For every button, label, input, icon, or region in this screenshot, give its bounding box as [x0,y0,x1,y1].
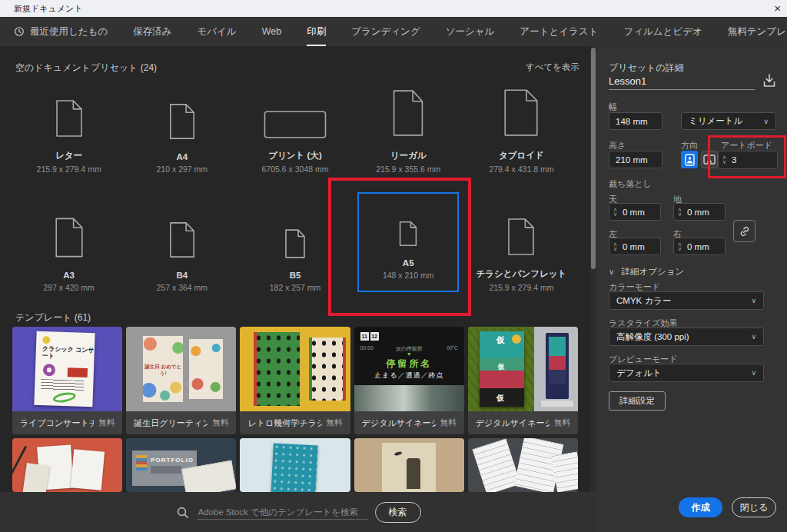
template-portfolio-brochure[interactable]: PORTFOLIO [126,438,236,492]
preset-letter[interactable]: レター 215.9 x 279.4 mm [12,86,125,174]
page-icon [53,215,85,260]
decorative-poster: 仮 仮 仮 [480,331,524,407]
template-digital-signage-bus[interactable]: 11 12 00:00 次の停留所 00°C ▼ 停留所名 止まる／通過／終点 … [354,327,464,434]
orientation-portrait-button[interactable] [681,151,698,168]
preset-details-panel: プリセットの詳細 幅 148 mm ミリメートル ∨ 高さ 方向 アートボード … [596,46,787,532]
page-icon [168,101,197,141]
template-label-bar: ライブコンサートチラシ... 無料 [12,411,122,434]
template-teal-notebook[interactable] [240,438,350,492]
decorative-dot [42,336,50,344]
preset-tabloid[interactable]: タブロイド 279.4 x 431.8 mm [465,86,578,174]
template-retro-geometric-flyer[interactable]: レトロ幾何学チラシレ... 無料 [240,327,350,434]
preset-a3[interactable]: A3 297 x 420 mm [12,192,125,292]
template-thumbnail: 11 12 00:00 次の停留所 00°C ▼ 停留所名 止まる／通過／終点 [354,327,464,411]
page-icon [501,86,541,139]
tab-art-illustration[interactable]: アートとイラスト [520,17,598,46]
bleed-label: 裁ち落とし [609,178,652,190]
free-badge: 無料 [98,417,115,428]
preset-legal[interactable]: リーガル 215.9 x 355.6 mm [352,86,465,174]
window-title: 新規ドキュメント [14,3,83,15]
page-icon [390,87,426,139]
decorative-circle [43,364,56,377]
template-thumbnail: 誕生日 おめでとう! [126,327,236,411]
preset-b4[interactable]: B4 257 x 364 mm [125,192,238,292]
selected-preset-outline: A5 148 x 210 mm [357,192,459,292]
page-icon [398,220,418,248]
color-mode-dropdown[interactable]: CMYK カラー ∨ [609,291,764,310]
bleed-left-stepper[interactable]: ∧∨ 0 mm [609,238,661,255]
template-label-bar: デジタルサイネージ (... 無料 [354,411,464,434]
portrait-icon [685,154,695,166]
vertical-scrollbar[interactable] [590,46,596,492]
chevron-down-icon: ∨ [751,333,756,341]
page-icon [54,98,85,139]
decorative-kiosk-base [541,401,573,407]
scrollbar-thumb[interactable] [591,48,596,269]
template-live-concert-flyer[interactable]: クラシック コンサート ライブコンサートチラシ... 無料 [12,327,122,434]
stepper-arrows[interactable]: ∧ ∨ [719,155,730,164]
link-bleed-values-button[interactable] [733,220,755,242]
advanced-options-expander[interactable]: ∨ 詳細オプション [609,266,684,278]
chevron-down-icon: ∨ [763,118,769,125]
chain-link-icon [739,225,751,238]
presets-heading: 空のドキュメントプリセット (24) [15,62,157,75]
template-wireframe-layouts[interactable] [468,438,578,492]
page-icon [284,228,307,260]
tab-print[interactable]: 印刷 [307,17,326,46]
decorative-kiosk [546,333,569,399]
tab-mobile[interactable]: モバイル [197,17,236,46]
close-button[interactable]: 閉じる [732,497,776,517]
new-document-dialog: 新規ドキュメント × 最近使用したもの 保存済み モバイル Web 印刷 ブラン… [0,0,787,532]
chevron-down-icon: ∨ [751,369,756,377]
raster-effects-dropdown[interactable]: 高解像度 (300 ppi) ∨ [609,328,764,346]
search-button[interactable]: 検索 [375,502,421,523]
orientation-landscape-button[interactable] [701,151,718,168]
more-settings-button[interactable]: 詳細設定 [609,391,666,411]
height-label: 高さ [609,140,626,151]
tab-label: 最近使用したもの [30,25,108,38]
window-titlebar: 新規ドキュメント × [0,0,787,17]
preset-a5-selected[interactable]: A5 148 x 210 mm [352,192,465,292]
preset-a4[interactable]: A4 210 x 297 mm [125,86,238,174]
banner-icon [253,110,337,139]
page-icon [506,216,536,258]
tab-social[interactable]: ソーシャル [446,17,495,46]
thumb-title-text: 誕生日 おめでとう! [143,364,183,377]
create-button[interactable]: 作成 [679,497,722,517]
decorative-block [68,367,88,377]
preset-flyer-brochure[interactable]: チラシとパンフレット 215.9 x 279.4 mm [465,192,578,292]
decorative-poster [254,332,303,406]
artboard-stepper[interactable]: ∧ ∨ 3 [718,151,778,169]
save-preset-icon[interactable] [761,72,778,89]
template-birthday-greeting[interactable]: 誕生日 おめでとう! 誕生日グリーティング... 無料 [126,327,236,434]
close-icon[interactable]: × [774,1,781,16]
bleed-bottom-stepper[interactable]: ∧∨ 0 mm [673,203,726,221]
tab-saved[interactable]: 保存済み [133,17,171,46]
preset-b5[interactable]: B5 182 x 257 mm [238,192,351,292]
tab-web[interactable]: Web [262,17,281,46]
artboard-count: 3 [730,155,736,165]
tab-film-video[interactable]: フィルムとビデオ [623,17,702,46]
preset-print-large[interactable]: プリント (大) 6705.6 x 3048 mm [238,86,351,174]
chevron-down-icon: ∨ [609,268,614,276]
page-icon [168,220,197,260]
width-field[interactable]: 148 mm [609,112,662,130]
free-badge: 無料 [554,417,570,428]
width-label: 幅 [609,101,617,113]
preview-mode-dropdown[interactable]: デフォルト ∨ [609,364,764,382]
search-input[interactable] [197,505,367,520]
bleed-right-stepper[interactable]: ∧∨ 0 mm [673,238,726,255]
tab-branding[interactable]: ブランディング [351,17,420,46]
decorative-ellipse [52,391,77,404]
template-stationery-mockup[interactable] [12,438,122,492]
tab-recent[interactable]: 最近使用したもの [14,17,108,46]
tab-free-templates[interactable]: 無料テンプレート [728,17,787,46]
template-watercolor-art[interactable] [354,438,464,492]
preset-name-input[interactable] [609,72,755,90]
unit-dropdown[interactable]: ミリメートル ∨ [681,112,776,130]
height-field[interactable]: 210 mm [609,151,662,168]
template-thumbnail [240,327,350,411]
template-digital-signage-kiosk[interactable]: 仮 仮 仮 デジタルサイネージ (... 無料 [468,327,578,434]
show-all-link[interactable]: すべてを表示 [526,62,579,73]
bleed-top-stepper[interactable]: ∧∨ 0 mm [609,203,661,221]
